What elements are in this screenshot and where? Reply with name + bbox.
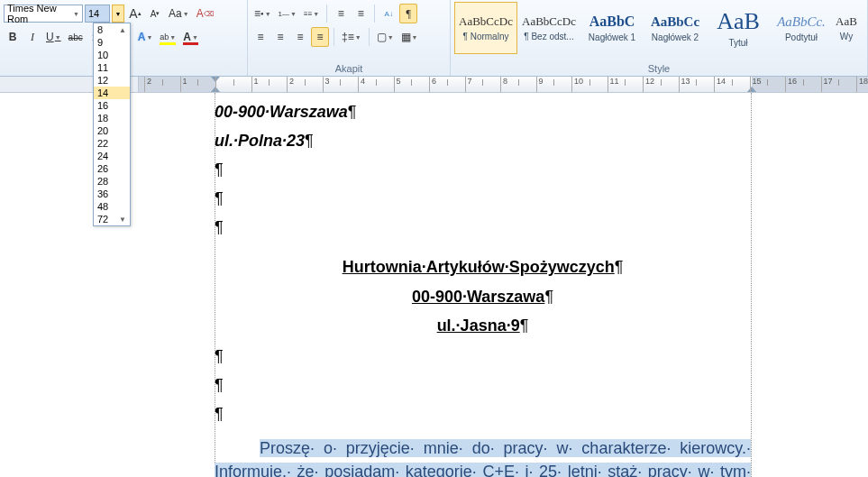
highlight-button[interactable]: ab▼ [157,27,178,47]
align-center-button[interactable]: ≡ [271,27,289,47]
font-size-value: 14 [88,8,99,19]
font-name-combo[interactable]: Times New Rom ▼ [4,5,83,23]
font-size-combo[interactable]: 14 [85,5,110,23]
bold-button[interactable]: B [4,27,22,47]
size-opt-12[interactable]: 12 [94,74,130,87]
style-naglowek-2[interactable]: AaBbCc Nagłówek 2 [644,2,707,54]
numbering-button[interactable]: 1—▼ [276,4,299,23]
style-naglowek-1[interactable]: AaBbC Nagłówek 1 [580,2,644,54]
size-opt-72[interactable]: 72▼ [94,213,130,225]
size-opt-14[interactable]: 14 [94,87,130,99]
group-styles: AaBbCcDc ¶ Normalny AaBbCcDc ¶ Bez odst.… [451,0,868,76]
borders-button[interactable]: ▦▼ [398,27,421,47]
style-wy[interactable]: AaB Wy [833,2,860,54]
size-opt-36[interactable]: 36 [94,188,130,200]
font-size-dropdown-list: 8▲ 9 10 11 12 14 16 18 20 22 24 26 28 36… [93,23,131,226]
shrink-font-button[interactable]: A▾ [146,4,164,23]
size-opt-20[interactable]: 20 [94,124,130,137]
align-left-button[interactable]: ≡ [251,27,270,47]
align-right-button[interactable]: ≡ [291,27,309,47]
strike-button[interactable]: abc [66,27,86,47]
group-paragraph: ≡●▼ 1—▼ ≡≡▼ ≡ ≡ A↓ ¶ ≡ ≡ ≡ ≡ ‡≡▼ ▢▼ ▦▼ [248,0,451,76]
shading-button[interactable]: ▢▼ [374,27,397,47]
size-opt-18[interactable]: 18 [94,112,130,124]
page[interactable]: 00-900·Warszawa ul.·Polna·23 Hurtownia·A… [138,93,850,477]
empty-para-2 [215,187,751,210]
clear-formatting-button[interactable]: A⌫ [194,4,216,23]
multilevel-button[interactable]: ≡≡▼ [301,4,322,23]
size-opt-16[interactable]: 16 [94,99,130,112]
show-pilcrow-button[interactable]: ¶ [399,4,417,23]
style-tytul[interactable]: AaB Tytuł [707,2,770,54]
empty-para-4 [215,344,751,368]
horizontal-ruler[interactable]: 21123456789101112131415161718 [138,77,868,92]
right-margin-guide [751,93,752,477]
size-opt-9[interactable]: 9 [94,36,130,49]
font-size-dropdown-button[interactable]: ▼ [112,5,124,23]
recipient-line2: 00-900·Warszawa¶ [215,285,751,308]
increase-indent-button[interactable]: ≡ [352,4,370,23]
empty-para-1 [215,158,751,181]
recipient-line3: ul.·Jasna·9¶ [215,314,751,337]
change-case-button[interactable]: Aa▼ [166,4,192,23]
group-label-styles: Style [454,63,863,76]
text-effects-button[interactable]: A▼ [135,27,156,47]
style-bez-odst[interactable]: AaBbCcDc ¶ Bez odst... [517,2,580,54]
size-opt-10[interactable]: 10 [94,49,130,61]
empty-para-5 [215,373,751,397]
sender-addr-line2: ul.·Polna·23 [215,129,751,152]
empty-para-3 [215,216,751,239]
style-normalny[interactable]: AaBbCcDc ¶ Normalny [454,2,517,54]
size-opt-11[interactable]: 11 [94,61,130,74]
underline-button[interactable]: U▼ [43,27,64,47]
align-justify-button[interactable]: ≡ [311,27,329,47]
size-opt-24[interactable]: 24 [94,150,130,162]
empty-para-6 [215,402,751,426]
line-spacing-button[interactable]: ‡≡▼ [339,27,364,47]
size-opt-8[interactable]: 8▲ [94,23,130,36]
size-opt-28[interactable]: 28 [94,175,130,188]
font-name-value: Times New Rom [7,3,72,24]
decrease-indent-button[interactable]: ≡ [332,4,350,23]
size-opt-48[interactable]: 48 [94,200,130,213]
italic-button[interactable]: I [23,27,41,47]
style-podtytul[interactable]: AaBbCc. Podtytuł [770,2,833,54]
styles-gallery: AaBbCcDc ¶ Normalny AaBbCcDc ¶ Bez odst.… [454,2,863,54]
size-opt-26[interactable]: 26 [94,162,130,175]
grow-font-button[interactable]: A▴ [126,4,144,23]
sort-button[interactable]: A↓ [379,4,397,23]
size-opt-22[interactable]: 22 [94,137,130,150]
bullets-button[interactable]: ≡●▼ [251,4,274,23]
chevron-down-icon: ▼ [72,11,79,17]
group-label-paragraph: Akapit [251,63,446,76]
sender-addr-line1: 00-900·Warszawa [215,100,751,124]
body-paragraph: Proszę· o· przyjęcie· mnie· do· pracy· w… [215,436,751,477]
recipient-line1: Hurtownia·Artykułów·Spożywczych¶ [215,255,751,279]
font-color-button[interactable]: A▼ [180,27,201,47]
